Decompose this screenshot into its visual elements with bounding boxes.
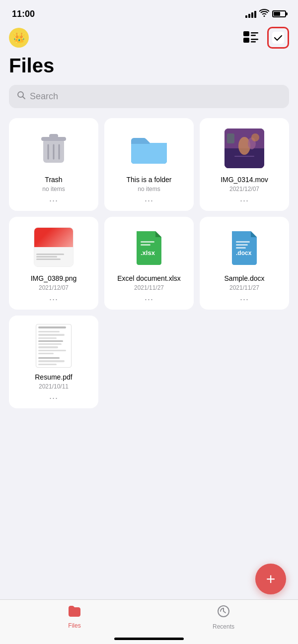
status-bar: 11:00 [0,0,298,25]
trash-icon-area [15,126,92,171]
svg-rect-27 [236,244,248,246]
svg-rect-4 [251,39,258,40]
svg-rect-24 [141,244,150,246]
tab-files-label: Files [68,622,80,629]
plus-icon: + [266,571,276,587]
svg-rect-21 [227,133,234,143]
svg-rect-2 [251,32,258,34]
png-icon-area [15,225,92,269]
file-name: Trash [45,176,62,184]
file-name: Resume.pdf [35,373,72,381]
file-card-folder[interactable]: This is a folder no items ··· [104,118,194,211]
svg-rect-1 [243,38,249,43]
more-button[interactable]: ··· [49,195,58,206]
docx-icon-area: .docx [206,225,283,269]
trash-icon [39,132,68,165]
search-placeholder: Search [30,91,58,102]
file-date: 2021/10/11 [39,383,69,390]
select-button[interactable] [267,27,289,49]
pdf-thumbnail [36,324,72,368]
svg-rect-23 [141,241,154,243]
status-icons [245,9,286,19]
svg-rect-28 [236,247,246,249]
more-button[interactable]: ··· [145,294,153,305]
file-card-mov[interactable]: IMG_0314.mov 2021/12/07 ··· [200,118,289,211]
recents-tab-icon [217,605,230,621]
svg-rect-3 [251,35,256,36]
svg-text:.xlsx: .xlsx [141,249,155,257]
docx-icon: .docx [229,229,260,265]
png-thumbnail [34,227,74,267]
signal-icon [245,10,256,18]
more-button[interactable]: ··· [240,294,249,305]
file-grid-row2: IMG_0389.png 2021/12/07 ··· .xlsx Excel … [0,217,298,310]
file-card-pdf[interactable]: Resume.pdf 2021/10/11 ··· [9,316,98,408]
svg-rect-0 [243,31,249,36]
svg-line-8 [23,97,25,99]
file-subtitle: no items [138,186,160,193]
file-card-docx[interactable]: .docx Sample.docx 2021/11/27 ··· [200,217,289,310]
search-bar[interactable]: Search [9,85,289,108]
wifi-icon [259,9,269,19]
mov-icon-area [206,126,283,171]
file-date: 2021/11/27 [134,284,164,291]
tab-recents-label: Recents [213,623,234,630]
status-time: 11:00 [12,9,35,19]
pdf-icon-area [15,323,92,368]
svg-rect-26 [236,241,250,243]
search-icon [17,91,26,102]
file-name: IMG_0314.mov [221,176,268,184]
file-date: 2021/12/07 [229,186,259,193]
more-button[interactable]: ··· [145,195,153,206]
grid-view-button[interactable] [241,28,260,47]
add-button[interactable]: + [255,564,286,594]
mov-thumbnail [224,129,264,168]
files-tab-icon [68,605,81,620]
file-name: Sample.docx [224,274,265,282]
svg-rect-5 [251,41,256,43]
file-grid-row3: Resume.pdf 2021/10/11 ··· [0,316,298,408]
folder-icon [129,132,169,165]
svg-point-20 [251,133,259,141]
xlsx-icon: .xlsx [134,229,164,265]
file-card-png[interactable]: IMG_0389.png 2021/12/07 ··· [9,217,98,310]
page-title: Files [0,53,298,85]
avatar[interactable]: 👑 [9,28,29,48]
header: 👑 [0,25,298,53]
file-subtitle: no items [42,186,65,193]
home-indicator [114,638,184,640]
file-date: 2021/11/27 [229,284,259,291]
tab-recents[interactable]: Recents [149,605,298,630]
folder-icon-area [110,126,188,171]
svg-rect-11 [49,134,58,138]
battery-icon [272,10,286,17]
more-button[interactable]: ··· [49,294,58,305]
tab-files[interactable]: Files [0,605,149,629]
more-button[interactable]: ··· [240,195,249,206]
svg-rect-6 [272,32,284,44]
more-button[interactable]: ··· [49,393,58,403]
file-card-trash[interactable]: Trash no items ··· [9,118,98,211]
svg-text:.docx: .docx [236,250,252,257]
file-name: IMG_0389.png [31,274,77,282]
xlsx-icon-area: .xlsx [110,225,188,269]
file-name: This is a folder [126,176,171,184]
svg-rect-19 [234,156,254,157]
file-grid: Trash no items ··· This is a folder no i… [0,118,298,211]
file-date: 2021/12/07 [39,284,69,291]
file-name: Excel document.xlsx [117,274,181,282]
header-actions [241,27,289,49]
file-card-xlsx[interactable]: .xlsx Excel document.xlsx 2021/11/27 ··· [104,217,194,310]
